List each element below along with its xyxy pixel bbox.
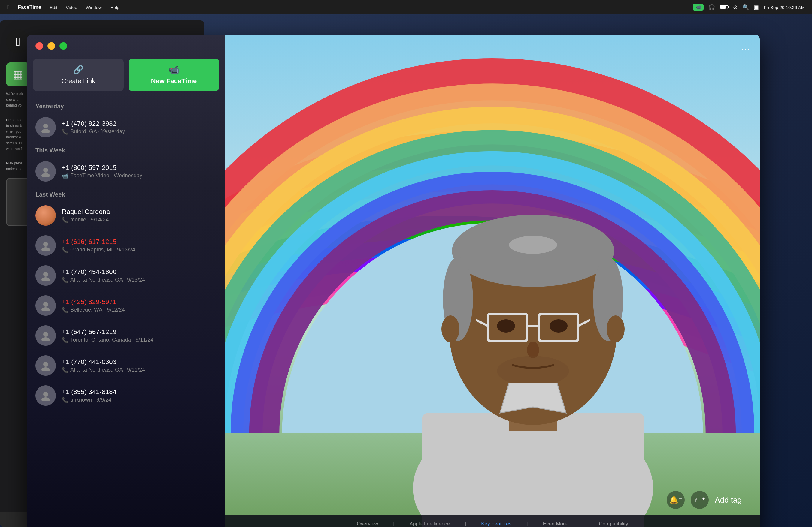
contact-name: Raquel Cardona	[62, 208, 217, 216]
contact-name-missed: +1 (425) 829-5971	[62, 298, 217, 306]
nav-apple-intelligence[interactable]: Apple Intelligence	[410, 521, 450, 527]
battery-indicator	[720, 5, 728, 9]
svg-point-3	[41, 173, 50, 177]
new-facetime-button[interactable]: 📹 New FaceTime	[129, 59, 219, 91]
new-facetime-label: New FaceTime	[151, 77, 197, 85]
contact-detail: 📞 Bellevue, WA · 9/12/24	[62, 307, 217, 313]
phone-icon: 📞	[62, 307, 69, 313]
phone-icon: 📞	[62, 337, 69, 343]
add-tag-label: Add tag	[715, 496, 742, 505]
video-area: Overview | Apple Intelligence | Key Feat…	[225, 35, 760, 527]
menubar-right: 📹 🎧 ⊛ 🔍 ▣ Fri Sep 20 10:26 AM	[693, 4, 805, 11]
contact-info: +1 (470) 822-3982 📞 Buford, GA · Yesterd…	[62, 120, 217, 135]
facetime-menubar-icon[interactable]: 📹	[693, 4, 704, 11]
contact-item[interactable]: +1 (855) 341-8184 📞 unknown · 9/9/24	[29, 380, 223, 410]
contact-item[interactable]: +1 (616) 617-1215 📞 Grand Rapids, MI · 9…	[29, 230, 223, 260]
contact-name: +1 (470) 822-3982	[62, 120, 217, 127]
contact-detail: 📹 FaceTime Video · Wednesday	[62, 172, 217, 179]
nav-key-features[interactable]: Key Features	[481, 521, 511, 527]
facetime-window: 🔗 Create Link 📹 New FaceTime Yesterday	[27, 35, 760, 527]
avatar	[35, 235, 56, 256]
contact-item[interactable]: +1 (860) 597-2015 📹 FaceTime Video · Wed…	[29, 156, 223, 186]
search-icon[interactable]: 🔍	[742, 4, 749, 11]
contact-name: +1 (770) 454-1800	[62, 268, 217, 276]
svg-point-35	[509, 236, 557, 254]
contact-info: +1 (425) 829-5971 📞 Bellevue, WA · 9/12/…	[62, 298, 217, 313]
contact-detail: 📞 unknown · 9/9/24	[62, 397, 217, 403]
avatar	[35, 117, 56, 137]
contact-info: Raquel Cardona 📞 mobile · 9/14/24	[62, 208, 217, 223]
phone-icon: 📞	[62, 247, 69, 253]
contact-item-raquel[interactable]: Raquel Cardona 📞 mobile · 9/14/24	[29, 200, 223, 230]
contact-info: +1 (616) 617-1215 📞 Grand Rapids, MI · 9…	[62, 238, 217, 253]
svg-point-13	[41, 367, 50, 371]
avatar-placeholder	[35, 355, 56, 376]
nav-compatibility[interactable]: Compatibility	[599, 521, 628, 527]
svg-point-9	[41, 307, 50, 311]
contact-item[interactable]: +1 (647) 667-1219 📞 Toronto, Ontario, Ca…	[29, 320, 223, 350]
control-center-icon[interactable]: ▣	[754, 4, 759, 11]
svg-point-12	[43, 362, 48, 367]
avatar	[35, 295, 56, 316]
clock: Fri Sep 20 10:26 AM	[764, 5, 805, 10]
contact-item[interactable]: +1 (470) 822-3982 📞 Buford, GA · Yesterd…	[29, 112, 223, 142]
svg-point-2	[43, 168, 48, 172]
contact-info: +1 (855) 341-8184 📞 unknown · 9/9/24	[62, 388, 217, 403]
close-button[interactable]	[35, 42, 43, 50]
phone-icon: 📞	[62, 397, 69, 403]
bell-icon: 🔔⁺	[669, 496, 682, 504]
contact-name-missed: +1 (616) 617-1215	[62, 238, 217, 246]
svg-point-33	[441, 315, 460, 343]
nav-overview[interactable]: Overview	[357, 521, 378, 527]
contact-info: +1 (770) 454-1800 📞 Atlanta Northeast, G…	[62, 268, 217, 283]
contacts-list: Yesterday +1 (470) 822-3982	[27, 98, 225, 527]
menu-edit[interactable]: Edit	[49, 5, 57, 10]
video-icon: 📹	[62, 172, 69, 179]
more-options-button[interactable]: ⋯	[741, 44, 751, 54]
menu-video[interactable]: Video	[66, 5, 77, 10]
music-icon[interactable]: 🎧	[708, 4, 715, 11]
section-yesterday: Yesterday	[29, 98, 223, 112]
avatar	[35, 325, 56, 346]
contact-item[interactable]: +1 (770) 454-1800 📞 Atlanta Northeast, G…	[29, 260, 223, 290]
more-dots-icon: ⋯	[741, 44, 751, 54]
video-icon: 📹	[169, 65, 179, 75]
svg-point-6	[43, 272, 48, 277]
phone-icon: 📞	[62, 277, 69, 283]
sidebar: 🔗 Create Link 📹 New FaceTime Yesterday	[27, 35, 225, 527]
tag-icon: 🏷⁺	[694, 496, 706, 504]
svg-point-10	[43, 332, 48, 337]
fullscreen-button[interactable]	[59, 42, 67, 50]
menu-help[interactable]: Help	[110, 5, 119, 10]
bottom-nav-bar: Overview | Apple Intelligence | Key Feat…	[225, 515, 760, 527]
create-link-button[interactable]: 🔗 Create Link	[33, 59, 124, 91]
bell-add-button[interactable]: 🔔⁺	[667, 491, 685, 509]
contact-item[interactable]: +1 (770) 441-0303 📞 Atlanta Northeast, G…	[29, 350, 223, 380]
contact-name: +1 (647) 667-1219	[62, 328, 217, 336]
svg-point-7	[41, 277, 50, 281]
contact-name: +1 (860) 597-2015	[62, 164, 217, 172]
avatar-placeholder	[35, 117, 56, 137]
svg-point-11	[41, 337, 50, 341]
person-video	[398, 35, 668, 527]
contact-info: +1 (770) 441-0303 📞 Atlanta Northeast, G…	[62, 358, 217, 373]
section-this-week: This Week	[29, 142, 223, 156]
menu-window[interactable]: Window	[86, 5, 102, 10]
minimize-button[interactable]	[47, 42, 55, 50]
apple-menu[interactable]: 	[7, 4, 9, 11]
svg-point-1	[41, 129, 50, 133]
action-buttons: 🔗 Create Link 📹 New FaceTime	[27, 56, 225, 98]
avatar-placeholder	[35, 295, 56, 316]
avatar-placeholder	[35, 325, 56, 346]
nav-even-more[interactable]: Even More	[543, 521, 568, 527]
contact-detail: 📞 Buford, GA · Yesterday	[62, 129, 217, 135]
traffic-lights	[27, 35, 225, 56]
svg-point-34	[607, 315, 625, 343]
contact-item[interactable]: +1 (425) 829-5971 📞 Bellevue, WA · 9/12/…	[29, 290, 223, 320]
desktop:  macOS Se... ▦ We're mak see what behin…	[0, 14, 812, 527]
tag-add-button[interactable]: 🏷⁺	[691, 491, 709, 509]
avatar	[35, 265, 56, 286]
wifi-icon: ⊛	[733, 4, 738, 11]
svg-point-8	[43, 302, 48, 307]
contact-info: +1 (647) 667-1219 📞 Toronto, Ontario, Ca…	[62, 328, 217, 343]
